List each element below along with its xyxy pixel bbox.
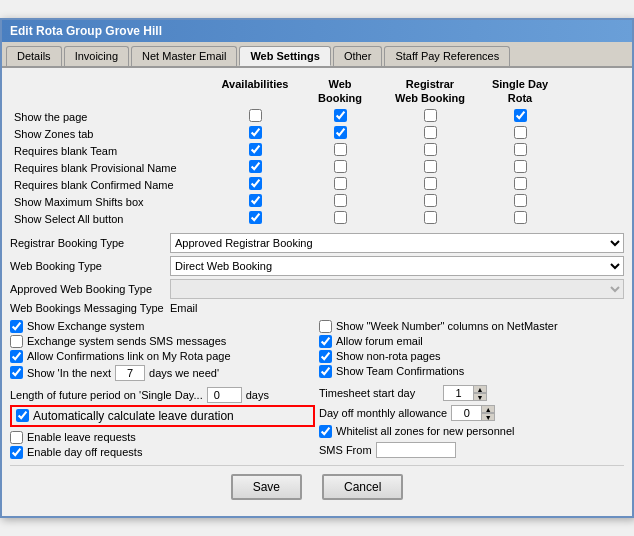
checkbox-cell	[380, 211, 480, 227]
grid-row: Show Maximum Shifts box	[10, 194, 624, 210]
form-row-messaging: Web Bookings Messaging Type Email	[10, 302, 624, 314]
checkbox-cell	[380, 109, 480, 125]
checkbox-cell	[300, 211, 380, 227]
registrar-booking-type-label: Registrar Booking Type	[10, 237, 170, 249]
check-enable-leave: Enable leave requests	[10, 431, 315, 444]
two-col-section: Show Exchange system Exchange system sen…	[10, 320, 624, 381]
col-label-web-booking: WebBooking	[300, 76, 380, 106]
day-off-input[interactable]	[451, 405, 481, 421]
timesheet-start-input[interactable]	[443, 385, 473, 401]
in-next-number-input[interactable]	[115, 365, 145, 381]
registrar-booking-type-select[interactable]: Approved Registrar Booking	[170, 233, 624, 253]
checkbox-input[interactable]	[249, 177, 262, 190]
check-week-number-input[interactable]	[319, 320, 332, 333]
checkbox-input[interactable]	[334, 109, 347, 122]
checkbox-cell	[210, 126, 300, 142]
checkbox-cell	[210, 177, 300, 193]
checkbox-input[interactable]	[514, 194, 527, 207]
timesheet-start-row: Timesheet start day ▲ ▼	[319, 385, 624, 401]
timesheet-start-down[interactable]: ▼	[473, 393, 487, 401]
tab-web-settings[interactable]: Web Settings	[239, 46, 330, 66]
checkbox-cell	[380, 126, 480, 142]
checkbox-input[interactable]	[514, 143, 527, 156]
checkbox-input[interactable]	[334, 177, 347, 190]
checkbox-input[interactable]	[334, 211, 347, 224]
checkbox-input[interactable]	[424, 126, 437, 139]
check-confirmations-input[interactable]	[10, 350, 23, 363]
approved-web-booking-select[interactable]	[170, 279, 624, 299]
check-sms-input[interactable]	[10, 335, 23, 348]
sms-input[interactable]	[376, 442, 456, 458]
checkbox-cell	[480, 194, 560, 210]
checkbox-input[interactable]	[424, 177, 437, 190]
checkbox-input[interactable]	[334, 126, 347, 139]
tab-other[interactable]: Other	[333, 46, 383, 66]
check-team-conf-input[interactable]	[319, 365, 332, 378]
check-exchange-input[interactable]	[10, 320, 23, 333]
checkbox-cell	[380, 160, 480, 176]
checkbox-input[interactable]	[334, 160, 347, 173]
checkbox-input[interactable]	[249, 126, 262, 139]
day-off-allowance-row: Day off monthly allowance ▲ ▼	[319, 405, 624, 421]
checkbox-input[interactable]	[249, 160, 262, 173]
cancel-button[interactable]: Cancel	[322, 474, 403, 500]
whitelist-checkbox[interactable]	[319, 425, 332, 438]
tab-staff-pay-references[interactable]: Staff Pay References	[384, 46, 510, 66]
checkbox-cell	[480, 160, 560, 176]
checkbox-cell	[300, 109, 380, 125]
timesheet-start-spinner: ▲ ▼	[443, 385, 487, 401]
row-label: Requires blank Team	[10, 145, 210, 157]
checkbox-cell	[480, 109, 560, 125]
check-non-rota: Show non-rota pages	[319, 350, 624, 363]
grid-row: Requires blank Confirmed Name	[10, 177, 624, 193]
day-off-up[interactable]: ▲	[481, 405, 495, 413]
checkbox-input[interactable]	[424, 194, 437, 207]
checkbox-cell	[300, 177, 380, 193]
check-forum-email-input[interactable]	[319, 335, 332, 348]
grid-row: Show Zones tab	[10, 126, 624, 142]
check-enable-leave-input[interactable]	[10, 431, 23, 444]
checkbox-input[interactable]	[424, 211, 437, 224]
check-non-rota-input[interactable]	[319, 350, 332, 363]
grid-row: Requires blank Provisional Name	[10, 160, 624, 176]
checkbox-input[interactable]	[249, 143, 262, 156]
day-off-down[interactable]: ▼	[481, 413, 495, 421]
timesheet-start-up[interactable]: ▲	[473, 385, 487, 393]
checkbox-input[interactable]	[514, 211, 527, 224]
web-booking-type-select[interactable]: Direct Web Booking	[170, 256, 624, 276]
messaging-type-value: Email	[170, 302, 198, 314]
length-number-input[interactable]	[207, 387, 242, 403]
checkbox-cell	[480, 126, 560, 142]
main-window: Edit Rota Group Grove Hill Details Invoi…	[0, 18, 634, 517]
two-col-lower: Length of future period on 'Single Day..…	[10, 385, 624, 459]
checkbox-cell	[210, 211, 300, 227]
checkbox-input[interactable]	[514, 177, 527, 190]
checkbox-input[interactable]	[424, 109, 437, 122]
checkbox-input[interactable]	[334, 194, 347, 207]
highlighted-check-row: Automatically calculate leave duration	[10, 405, 315, 427]
tab-invoicing[interactable]: Invoicing	[64, 46, 129, 66]
tab-details[interactable]: Details	[6, 46, 62, 66]
content-area: Availabilities WebBooking RegistrarWeb B…	[2, 68, 632, 515]
day-off-spinner-btns: ▲ ▼	[481, 405, 495, 421]
whitelist-row: Whitelist all zones for new personnel	[319, 425, 624, 438]
checks-left: Show Exchange system Exchange system sen…	[10, 320, 315, 381]
checkbox-input[interactable]	[514, 109, 527, 122]
save-button[interactable]: Save	[231, 474, 302, 500]
checkbox-input[interactable]	[249, 211, 262, 224]
checkbox-input[interactable]	[514, 126, 527, 139]
checkbox-input[interactable]	[249, 194, 262, 207]
check-day-off-input[interactable]	[10, 446, 23, 459]
checkbox-input[interactable]	[424, 160, 437, 173]
checkbox-input[interactable]	[514, 160, 527, 173]
row-label: Show Select All button	[10, 213, 210, 225]
checkbox-cell	[210, 160, 300, 176]
checkbox-input[interactable]	[249, 109, 262, 122]
check-in-next-input[interactable]	[10, 366, 23, 379]
checkbox-input[interactable]	[424, 143, 437, 156]
timesheet-start-spinner-btns: ▲ ▼	[473, 385, 487, 401]
form-row-web-booking: Web Booking Type Direct Web Booking	[10, 256, 624, 276]
tab-net-master-email[interactable]: Net Master Email	[131, 46, 237, 66]
auto-leave-checkbox[interactable]	[16, 409, 29, 422]
checkbox-input[interactable]	[334, 143, 347, 156]
